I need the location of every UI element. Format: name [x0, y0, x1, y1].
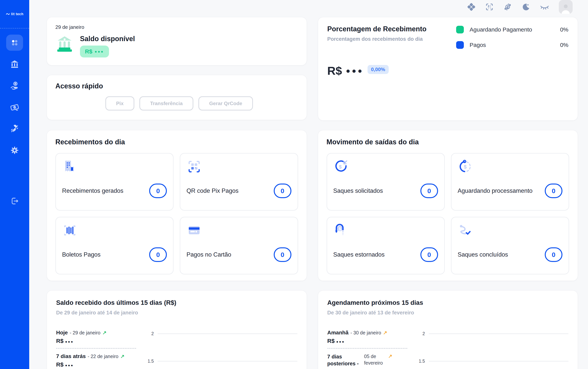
amount-hidden-dots: ●●●: [346, 67, 364, 75]
schedule-chart-title: Agendamento próximos 15 dias: [327, 299, 568, 306]
gridline: [429, 361, 568, 361]
trend-up-icon: ↗: [103, 330, 107, 336]
svg-text:$: $: [339, 164, 342, 170]
balance-card: 29 de janeiro: [47, 17, 307, 66]
tile-withdrawals-completed: Saques concluídos 0: [451, 217, 569, 275]
y-tick: 2: [417, 331, 425, 336]
y-tick: 2: [145, 331, 154, 336]
qr-code-icon: [186, 159, 202, 174]
eye-closed-icon: [540, 2, 549, 11]
received-chart-card: Saldo recebido dos últimos 15 dias (R$) …: [47, 290, 307, 369]
sidebar-item-payments[interactable]: [6, 99, 23, 115]
logo-text: lit tech: [11, 12, 23, 16]
sidebar-item-logout[interactable]: [6, 193, 23, 209]
stat-value-7days-ago: R$ ●●●: [56, 361, 145, 368]
left-top-stack: 29 de janeiro: [47, 17, 307, 120]
balance-hidden-dots: ●●●: [94, 49, 104, 54]
balance-currency: R$: [85, 48, 92, 55]
receipts-tiles: Recebimentos gerados 0: [55, 153, 298, 275]
pix-button[interactable]: [467, 2, 476, 11]
avatar[interactable]: [559, 0, 573, 14]
money-return-icon: $: [333, 223, 349, 238]
receipts-section: Recebimentos do dia: [47, 130, 307, 281]
y-tick: 1.5: [417, 359, 425, 364]
stat-currency: R$: [327, 338, 335, 344]
dark-mode-button[interactable]: [522, 2, 530, 11]
hide-values-button[interactable]: [540, 2, 549, 11]
stat-value-tomorrow: R$ ●●●: [327, 338, 417, 344]
generate-qrcode-button[interactable]: Gerar QrCode: [198, 96, 253, 111]
money-processing-icon: $: [458, 159, 473, 174]
stat-label-today: Hoje: [56, 330, 68, 336]
qr-scan-button[interactable]: [485, 2, 494, 11]
plug-icon: [10, 124, 20, 133]
svg-text:$: $: [339, 226, 341, 231]
money-refresh-button[interactable]: [503, 2, 512, 11]
awaiting-processing-count: 0: [545, 184, 562, 198]
paid-swatch: [456, 41, 464, 49]
schedule-chart-card: Agendamento próximos 15 dias De 30 de ja…: [318, 290, 578, 369]
paid-label: Pagos: [470, 42, 554, 48]
outflow-tiles: $ Saques solicitados 0: [327, 153, 569, 275]
sidebar: lit tech: [0, 0, 29, 369]
schedule-chart-subtitle: De 30 de janeiro até 13 de fevereiro: [327, 310, 568, 316]
logo-icon: [6, 12, 10, 16]
dashed-divider: [327, 348, 407, 349]
awaiting-swatch: [456, 26, 464, 33]
moon-icon: [522, 2, 530, 11]
tile-qrcode-pix-paid: QR code Pix Pagos 0: [180, 153, 298, 211]
receipts-generated-count: 0: [149, 184, 167, 198]
stat-label-7days-ago: 7 dias atrás: [56, 353, 86, 359]
boletos-paid-count: 0: [149, 247, 167, 262]
transfer-button[interactable]: Transferência: [139, 96, 193, 111]
banknote-icon: [10, 102, 20, 112]
legend-item-paid: Pagos 0%: [456, 41, 568, 49]
percentage-amount: R$ ●●● 0,00%: [327, 64, 568, 77]
gridline: [158, 361, 297, 361]
logout-icon: [10, 196, 19, 206]
sidebar-nav: [0, 35, 29, 215]
tile-withdrawals-requested: $ Saques solicitados 0: [327, 153, 445, 211]
dashed-divider: [56, 348, 136, 349]
tile-receipts-generated: Recebimentos gerados 0: [55, 153, 174, 211]
balance-title: Saldo disponível: [80, 35, 135, 43]
gridline: [158, 333, 297, 334]
credit-card-icon: [186, 223, 202, 238]
stat-label-7days-later: 7 dias posteriores -: [327, 353, 359, 367]
withdrawals-requested-count: 0: [420, 184, 438, 198]
trend-up-icon: ↗: [120, 353, 124, 359]
percentage-legend: Aguardando Pagamento 0% Pagos 0%: [456, 26, 568, 49]
tile-label: Saques estornados: [333, 251, 385, 258]
app-root: lit tech: [0, 0, 588, 369]
sidebar-item-integrations[interactable]: [6, 121, 23, 137]
tile-label: Recebimentos gerados: [62, 187, 124, 194]
tile-label: Saques solicitados: [333, 187, 383, 194]
withdrawals-reversed-count: 0: [420, 247, 438, 262]
schedule-chart-stats: Amanhã - 30 de janeiro ↗ R$ ●●● 7 dias: [327, 327, 417, 367]
path-check-icon: [458, 223, 473, 238]
awaiting-value: 0%: [560, 26, 568, 33]
pix-quick-button[interactable]: Pix: [105, 96, 134, 111]
dashboard-content: 29 de janeiro: [29, 14, 588, 369]
sidebar-item-receivables[interactable]: [6, 78, 23, 94]
stat-hidden-dots: ●●●: [336, 340, 345, 344]
received-chart-subtitle: De 29 de janeiro até 14 de janeiro: [56, 310, 297, 316]
stat-value-today: R$ ●●●: [56, 338, 145, 344]
receipts-title: Recebimentos do dia: [55, 138, 298, 146]
received-chart-plot: 2 1.5: [145, 327, 297, 368]
pix-icon: [467, 2, 476, 11]
gridline: [429, 333, 568, 334]
stat-currency: R$: [56, 361, 63, 368]
stat-currency: R$: [56, 338, 63, 344]
stat-date-7days-ago: - 22 de janeiro: [88, 354, 118, 359]
money-incoming-icon: $: [333, 159, 349, 174]
received-chart-title: Saldo recebido dos últimos 15 dias (R$): [56, 299, 297, 306]
quick-access-buttons: Pix Transferência Gerar QrCode: [105, 96, 298, 111]
sidebar-item-dashboard[interactable]: [6, 35, 23, 51]
percentage-title: Porcentagem de Recebimento: [327, 25, 426, 33]
sidebar-item-bank[interactable]: [6, 56, 23, 72]
receipt-icon: [62, 159, 77, 174]
bank-icon: [10, 60, 19, 69]
sidebar-item-settings[interactable]: [6, 142, 23, 158]
tile-withdrawals-reversed: $ Saques estornados 0: [327, 217, 445, 275]
